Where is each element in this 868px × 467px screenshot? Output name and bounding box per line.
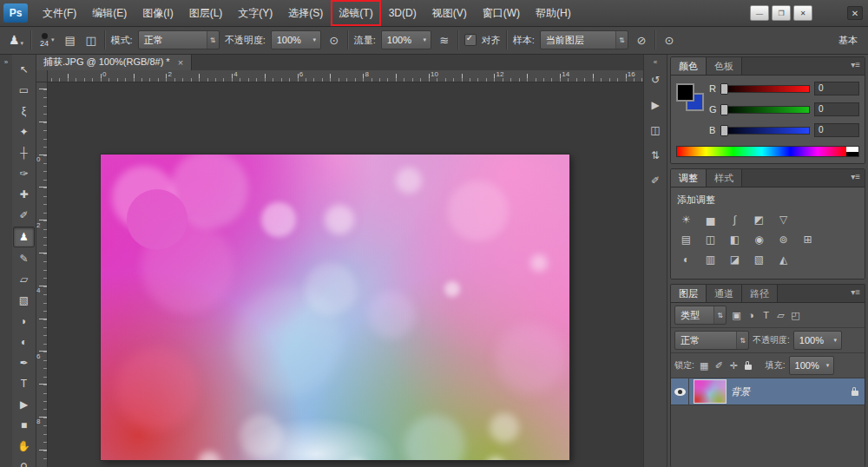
- menu-select[interactable]: 选择(S): [280, 0, 331, 26]
- tab-layers[interactable]: 图层: [671, 285, 707, 302]
- eyedropper-tool[interactable]: ✑: [14, 164, 34, 183]
- color-lookup-icon[interactable]: ⊞: [800, 233, 815, 246]
- filter-smart-objects-icon[interactable]: ◰: [789, 309, 802, 322]
- foreground-color-swatch[interactable]: [676, 83, 694, 102]
- actions-panel-icon[interactable]: ▶: [647, 96, 664, 114]
- close-button[interactable]: ✕: [793, 5, 812, 21]
- tab-color[interactable]: 颜色: [671, 57, 707, 75]
- menu-image[interactable]: 图像(I): [135, 0, 181, 26]
- tab-close-icon[interactable]: ×: [178, 57, 183, 68]
- panel-menu-icon[interactable]: ▾≡: [846, 57, 865, 75]
- marquee-tool[interactable]: ▭: [14, 81, 34, 100]
- move-tool[interactable]: ↖: [14, 60, 34, 79]
- clone-source-panel-icon[interactable]: ◫: [647, 122, 664, 139]
- filter-shape-layers-icon[interactable]: ▱: [774, 309, 787, 322]
- lock-all-icon[interactable]: [742, 359, 755, 372]
- history-brush-tool[interactable]: ✎: [14, 249, 34, 268]
- airbrush-icon[interactable]: ≋: [437, 32, 452, 48]
- menu-layer[interactable]: 图层(L): [181, 0, 231, 26]
- tab-adjustments[interactable]: 调整: [671, 169, 707, 187]
- menu-type[interactable]: 文字(Y): [230, 0, 280, 26]
- layer-thumbnail[interactable]: [694, 379, 727, 404]
- posterize-icon[interactable]: ▥: [703, 253, 718, 266]
- hue-saturation-icon[interactable]: ▤: [679, 233, 694, 246]
- spectrum-gradient[interactable]: [677, 147, 846, 156]
- pressure-opacity-icon[interactable]: ⊙: [326, 32, 342, 48]
- tab-styles[interactable]: 样式: [707, 169, 742, 187]
- healing-brush-tool[interactable]: ✚: [14, 185, 34, 204]
- toggle-clone-source-panel-icon[interactable]: ◫: [83, 32, 99, 48]
- menu-filter[interactable]: 滤镜(T): [331, 0, 380, 26]
- visibility-toggle[interactable]: [671, 378, 689, 405]
- brush-presets-panel-icon[interactable]: ✐: [647, 172, 664, 189]
- fill-select[interactable]: 100% ▾: [789, 356, 834, 375]
- filter-type-layers-icon[interactable]: T: [760, 309, 773, 322]
- type-tool[interactable]: T: [14, 374, 34, 393]
- exposure-icon[interactable]: ◩: [752, 213, 766, 226]
- sample-select[interactable]: 当前图层 ⇅: [540, 30, 628, 49]
- curves-icon[interactable]: ∫: [727, 213, 742, 226]
- hand-tool[interactable]: ✋: [14, 437, 34, 456]
- double-chevron-left-icon[interactable]: «: [654, 54, 657, 71]
- eraser-tool[interactable]: ▱: [14, 270, 34, 289]
- panel-menu-icon[interactable]: ▾≡: [846, 285, 865, 302]
- channel-value[interactable]: 0: [814, 82, 859, 95]
- channel-mixer-icon[interactable]: ⊚: [776, 233, 791, 246]
- menu-3d[interactable]: 3D(D): [381, 0, 424, 26]
- pressure-size-icon[interactable]: ⊙: [661, 32, 677, 48]
- gradient-tool[interactable]: ▧: [14, 291, 34, 310]
- lasso-tool[interactable]: ξ: [14, 102, 34, 121]
- brush-preset-picker[interactable]: 24 ▾: [37, 32, 57, 49]
- menu-view[interactable]: 视图(V): [424, 0, 475, 26]
- quick-selection-tool[interactable]: ✦: [14, 122, 34, 141]
- color-balance-icon[interactable]: ◫: [703, 233, 718, 246]
- flow-select[interactable]: 100% ▾: [381, 30, 431, 49]
- blend-mode-select[interactable]: 正常 ⇅: [674, 331, 749, 350]
- layer-row[interactable]: 背景: [671, 378, 865, 405]
- shape-tool[interactable]: ■: [14, 416, 34, 435]
- tool-preset-picker[interactable]: ♟ ▾: [7, 33, 25, 47]
- black-white-wells[interactable]: [846, 147, 858, 156]
- document-tab[interactable]: 捕获.JPG @ 100%(RGB/8#) * ×: [36, 54, 192, 70]
- menu-file[interactable]: 文件(F): [35, 0, 84, 26]
- minimize-button[interactable]: —: [750, 5, 769, 21]
- black-white-icon[interactable]: ◧: [727, 233, 742, 246]
- pen-tool[interactable]: ✒: [14, 353, 34, 372]
- history-panel-icon[interactable]: ↺: [647, 71, 664, 89]
- menu-edit[interactable]: 编辑(E): [84, 0, 135, 26]
- clone-stamp-tool[interactable]: ♟: [13, 227, 35, 247]
- color-spectrum-ramp[interactable]: [676, 146, 859, 157]
- tab-paths[interactable]: 路径: [742, 285, 778, 302]
- selective-color-icon[interactable]: ◭: [776, 253, 791, 266]
- photo-filter-icon[interactable]: ◉: [752, 233, 766, 246]
- tab-channels[interactable]: 通道: [707, 285, 742, 302]
- slider-knob[interactable]: [720, 125, 728, 136]
- toolbar-collapse-strip[interactable]: »: [0, 54, 13, 467]
- threshold-icon[interactable]: ◪: [727, 253, 742, 266]
- menu-window[interactable]: 窗口(W): [475, 0, 528, 26]
- workspace-switcher[interactable]: 基本: [838, 34, 861, 47]
- filter-adjustment-layers-icon[interactable]: ◑: [745, 309, 758, 322]
- channel-slider[interactable]: [721, 106, 810, 114]
- filter-pixel-layers-icon[interactable]: ▣: [730, 309, 743, 322]
- menu-help[interactable]: 帮助(H): [528, 0, 579, 26]
- channel-value[interactable]: 0: [814, 102, 859, 116]
- invert-icon[interactable]: ◐: [679, 253, 694, 266]
- aligned-checkbox[interactable]: [464, 34, 477, 46]
- info-panel-icon[interactable]: ⇅: [647, 147, 664, 164]
- layer-opacity-select[interactable]: 100% ▾: [793, 331, 842, 350]
- ignore-adjustment-layers-icon[interactable]: ⊘: [634, 32, 649, 48]
- zoom-tool[interactable]: ⚲: [14, 457, 34, 467]
- dodge-tool[interactable]: ◐: [14, 332, 34, 352]
- brush-tool[interactable]: ✐: [14, 206, 34, 225]
- canvas-viewport[interactable]: [47, 82, 644, 467]
- crop-tool[interactable]: ┼: [14, 143, 34, 162]
- canvas-image[interactable]: [101, 155, 569, 460]
- gradient-map-icon[interactable]: ▧: [752, 253, 766, 266]
- lock-pixels-icon[interactable]: ✐: [713, 359, 726, 372]
- channel-slider[interactable]: [721, 85, 810, 93]
- app-close-button[interactable]: ✕: [847, 6, 863, 20]
- slider-knob[interactable]: [720, 104, 728, 115]
- toggle-brush-panel-icon[interactable]: ▤: [62, 32, 78, 48]
- brightness-contrast-icon[interactable]: ☀: [679, 213, 694, 226]
